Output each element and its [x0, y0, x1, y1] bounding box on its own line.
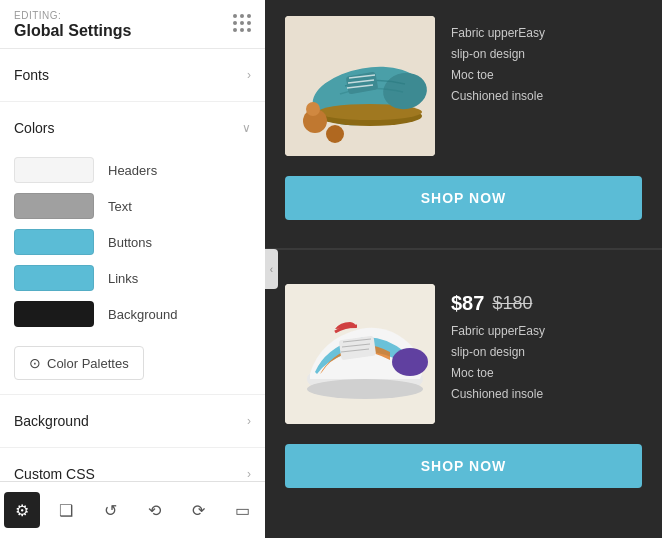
- product-price-2: $87 $180: [451, 292, 642, 315]
- product-section-2: $87 $180 Fabric upperEasy slip-on design…: [265, 258, 662, 508]
- redo-toolbar-button[interactable]: ⟳: [181, 492, 217, 528]
- product-desc-1-4: Cushioned insole: [451, 87, 642, 105]
- product-card-2: $87 $180 Fabric upperEasy slip-on design…: [265, 268, 662, 434]
- product-info-2: $87 $180 Fabric upperEasy slip-on design…: [451, 284, 642, 403]
- links-color-label: Links: [108, 271, 138, 286]
- headers-color-swatch[interactable]: [14, 157, 94, 183]
- product-desc-1-2: slip-on design: [451, 45, 642, 63]
- svg-point-15: [392, 348, 428, 376]
- color-palettes-label: Color Palettes: [47, 356, 129, 371]
- product-image-2: [285, 284, 435, 424]
- buttons-color-label: Buttons: [108, 235, 152, 250]
- product-shoe-svg-1: [285, 16, 435, 156]
- product-desc-1-3: Moc toe: [451, 66, 642, 84]
- dots-menu-icon[interactable]: [233, 14, 251, 32]
- colors-section: Colors ∨ Headers Text Buttons: [0, 102, 265, 395]
- colors-section-header[interactable]: Colors ∨: [0, 102, 265, 148]
- background-color-label: Background: [108, 307, 177, 322]
- headers-color-label: Headers: [108, 163, 157, 178]
- color-row-headers: Headers: [14, 152, 251, 188]
- shop-now-button-1[interactable]: SHOP NOW: [285, 176, 642, 220]
- product-desc-2-2: slip-on design: [451, 343, 642, 361]
- palette-icon: ⊙: [29, 355, 41, 371]
- custom-css-label: Custom CSS: [14, 466, 95, 481]
- color-row-links: Links: [14, 260, 251, 296]
- background-color-swatch[interactable]: [14, 301, 94, 327]
- product-top-1: Fabric upperEasy slip-on design Moc toe …: [285, 16, 642, 156]
- color-palettes-button[interactable]: ⊙ Color Palettes: [14, 346, 144, 380]
- settings-icon: ⚙: [15, 501, 29, 520]
- color-row-text: Text: [14, 188, 251, 224]
- bottom-toolbar: ⚙ ❑ ↺ ⟲ ⟳ ▭: [0, 481, 265, 538]
- undo-toolbar-button[interactable]: ⟲: [137, 492, 173, 528]
- history-toolbar-button[interactable]: ↺: [92, 492, 128, 528]
- custom-css-section-row[interactable]: Custom CSS ›: [0, 448, 265, 481]
- product-desc-1-1: Fabric upperEasy: [451, 24, 642, 42]
- layers-toolbar-button[interactable]: ❑: [48, 492, 84, 528]
- product-desc-2-1: Fabric upperEasy: [451, 322, 642, 340]
- price-original-2: $180: [492, 293, 532, 314]
- product-shoe-svg-2: [285, 284, 435, 424]
- svg-point-11: [306, 102, 320, 116]
- collapse-handle[interactable]: ‹: [265, 249, 278, 289]
- links-color-swatch[interactable]: [14, 265, 94, 291]
- panel-content: Fonts › Colors ∨ Headers Text: [0, 49, 265, 481]
- custom-css-chevron-icon: ›: [247, 467, 251, 481]
- fonts-label: Fonts: [14, 67, 49, 83]
- right-panel: Fabric upperEasy slip-on design Moc toe …: [265, 0, 662, 538]
- panel-header: EDITING: Global Settings: [0, 0, 265, 49]
- svg-point-10: [326, 125, 344, 143]
- settings-toolbar-button[interactable]: ⚙: [4, 492, 40, 528]
- redo-icon: ⟳: [192, 501, 205, 520]
- colors-chevron-icon: ∨: [242, 121, 251, 135]
- colors-title: Colors: [14, 120, 54, 136]
- history-icon: ↺: [104, 501, 117, 520]
- product-image-1: [285, 16, 435, 156]
- fonts-section-row[interactable]: Fonts ›: [0, 49, 265, 102]
- text-color-label: Text: [108, 199, 132, 214]
- text-color-swatch[interactable]: [14, 193, 94, 219]
- price-current-2: $87: [451, 292, 484, 315]
- shop-now-button-2[interactable]: SHOP NOW: [285, 444, 642, 488]
- product-section-1: Fabric upperEasy slip-on design Moc toe …: [265, 0, 662, 240]
- product-info-1: Fabric upperEasy slip-on design Moc toe …: [451, 16, 642, 105]
- mobile-icon: ▭: [235, 501, 250, 520]
- undo-icon: ⟲: [148, 501, 161, 520]
- product-desc-2-4: Cushioned insole: [451, 385, 642, 403]
- background-section-row[interactable]: Background ›: [0, 395, 265, 448]
- background-label: Background: [14, 413, 89, 429]
- mobile-toolbar-button[interactable]: ▭: [225, 492, 261, 528]
- svg-point-14: [307, 379, 423, 399]
- background-chevron-icon: ›: [247, 414, 251, 428]
- color-rows: Headers Text Buttons Links: [0, 148, 265, 344]
- buttons-color-swatch[interactable]: [14, 229, 94, 255]
- product-divider: [265, 248, 662, 250]
- product-card-1: Fabric upperEasy slip-on design Moc toe …: [265, 0, 662, 166]
- layers-icon: ❑: [59, 501, 73, 520]
- color-row-background: Background: [14, 296, 251, 332]
- left-panel: EDITING: Global Settings Fonts › Colors …: [0, 0, 265, 538]
- product-top-2: $87 $180 Fabric upperEasy slip-on design…: [285, 284, 642, 424]
- editing-label: EDITING:: [14, 10, 251, 21]
- fonts-chevron-icon: ›: [247, 68, 251, 82]
- product-desc-2-3: Moc toe: [451, 364, 642, 382]
- panel-title: Global Settings: [14, 22, 251, 40]
- color-row-buttons: Buttons: [14, 224, 251, 260]
